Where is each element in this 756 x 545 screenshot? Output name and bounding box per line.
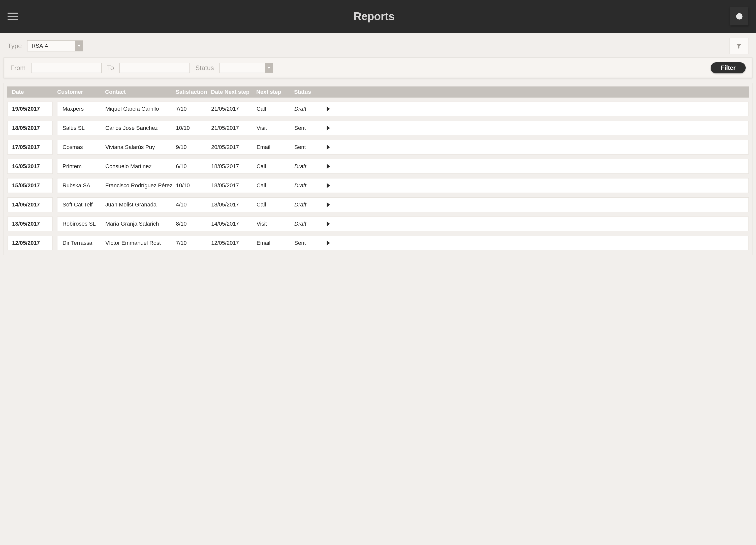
reports-table: Date Customer Contact Satisfaction Date … — [4, 83, 752, 255]
menu-icon[interactable] — [8, 13, 18, 20]
cell-contact: Maria Granja Salarich — [105, 220, 176, 227]
row-open-button[interactable] — [322, 240, 335, 245]
row-body: Robiroses SLMaria Granja Salarich8/1014/… — [57, 216, 749, 231]
cell-date: 13/05/2017 — [7, 216, 53, 231]
row-body: Soft Cat TelfJuan Molist Granada4/1018/0… — [57, 197, 749, 212]
funnel-icon — [736, 43, 742, 49]
row-open-button[interactable] — [322, 202, 335, 207]
col-date: Date — [12, 89, 57, 95]
row-body: MaxpersMiquel García Carrillo7/1021/05/2… — [57, 102, 749, 116]
row-body: PrintemConsuelo Martinez6/1018/05/2017Ca… — [57, 159, 749, 174]
cell-contact: Francisco Rodríguez Pérez — [105, 182, 176, 189]
cell-status: Sent — [294, 240, 322, 246]
type-select-value: RSA-4 — [27, 41, 75, 51]
cell-satisfaction: 10/10 — [176, 182, 211, 189]
cell-status: Draft — [294, 201, 322, 208]
cell-contact: Juan Molist Granada — [105, 201, 176, 208]
table-row[interactable]: 12/05/2017Dir TerrassaVíctor Emmanuel Ro… — [7, 236, 749, 250]
chevron-right-icon — [327, 125, 330, 130]
type-row: Type RSA-4 — [0, 33, 756, 57]
cell-status: Sent — [294, 144, 322, 150]
row-open-button[interactable] — [322, 164, 335, 169]
cell-customer: Dir Terrassa — [57, 240, 105, 246]
table-row[interactable]: 19/05/2017MaxpersMiquel García Carrillo7… — [7, 102, 749, 116]
filter-panel: From To Status Filter — [4, 57, 752, 78]
from-input[interactable] — [31, 63, 102, 73]
cell-status: Sent — [294, 125, 322, 131]
cell-customer: Soft Cat Telf — [57, 201, 105, 208]
cell-customer: Robiroses SL — [57, 220, 105, 227]
row-body: Dir TerrassaVíctor Emmanuel Rost7/1012/0… — [57, 236, 749, 250]
cell-date: 16/05/2017 — [7, 159, 53, 174]
cell-date: 18/05/2017 — [7, 121, 53, 135]
cell-date-next: 20/05/2017 — [211, 144, 257, 150]
chevron-right-icon — [327, 145, 330, 150]
cell-contact: Consuelo Martinez — [105, 163, 176, 170]
row-open-button[interactable] — [322, 125, 335, 130]
cell-customer: Rubska SA — [57, 182, 105, 189]
col-date-next: Date Next step — [211, 89, 256, 95]
chevron-right-icon — [327, 106, 330, 111]
cell-date: 17/05/2017 — [7, 140, 53, 154]
cell-contact: Carlos José Sanchez — [105, 125, 176, 131]
row-open-button[interactable] — [322, 221, 335, 226]
cell-customer: Printem — [57, 163, 105, 170]
filter-toggle-button[interactable] — [729, 38, 748, 54]
cell-date-next: 14/05/2017 — [211, 220, 257, 227]
table-row[interactable]: 16/05/2017PrintemConsuelo Martinez6/1018… — [7, 159, 749, 174]
filter-button[interactable]: Filter — [711, 62, 746, 73]
row-open-button[interactable] — [322, 106, 335, 111]
row-body: CosmasViviana Salarús Puy9/1020/05/2017E… — [57, 140, 749, 154]
cell-date-next: 18/05/2017 — [211, 201, 257, 208]
cell-satisfaction: 10/10 — [176, 125, 211, 131]
cell-status: Draft — [294, 163, 322, 170]
cell-next-step: Visit — [257, 220, 294, 227]
add-button[interactable] — [730, 7, 748, 25]
plus-circle-icon — [736, 13, 743, 20]
type-select[interactable]: RSA-4 — [27, 40, 83, 51]
table-row[interactable]: 15/05/2017Rubska SAFrancisco Rodríguez P… — [7, 178, 749, 193]
cell-status: Draft — [294, 106, 322, 112]
cell-status: Draft — [294, 220, 322, 227]
cell-date-next: 18/05/2017 — [211, 182, 257, 189]
table-header-row: Date Customer Contact Satisfaction Date … — [7, 86, 749, 97]
cell-next-step: Call — [257, 106, 294, 112]
cell-status: Draft — [294, 182, 322, 189]
table-row[interactable]: 14/05/2017Soft Cat TelfJuan Molist Grana… — [7, 197, 749, 212]
status-select[interactable] — [219, 63, 273, 73]
cell-date: 19/05/2017 — [7, 102, 53, 116]
cell-date: 12/05/2017 — [7, 236, 53, 250]
row-body: Rubska SAFrancisco Rodríguez Pérez10/101… — [57, 178, 749, 193]
cell-next-step: Call — [257, 163, 294, 170]
col-satisfaction: Satisfaction — [176, 89, 211, 95]
row-open-button[interactable] — [322, 183, 335, 188]
cell-next-step: Visit — [257, 125, 294, 131]
from-label: From — [10, 64, 26, 72]
page-title: Reports — [354, 10, 395, 23]
status-select-value — [220, 63, 265, 73]
table-row[interactable]: 13/05/2017Robiroses SLMaria Granja Salar… — [7, 216, 749, 231]
cell-satisfaction: 4/10 — [176, 201, 211, 208]
cell-satisfaction: 8/10 — [176, 220, 211, 227]
cell-customer: Cosmas — [57, 144, 105, 150]
cell-satisfaction: 6/10 — [176, 163, 211, 170]
cell-date: 15/05/2017 — [7, 178, 53, 193]
cell-date: 14/05/2017 — [7, 197, 53, 212]
cell-next-step: Call — [257, 201, 294, 208]
row-open-button[interactable] — [322, 145, 335, 150]
cell-date-next: 21/05/2017 — [211, 106, 257, 112]
col-next-step: Next step — [256, 89, 294, 95]
app-header: Reports — [0, 0, 756, 33]
to-label: To — [107, 64, 114, 72]
chevron-right-icon — [327, 164, 330, 169]
cell-customer: Salús SL — [57, 125, 105, 131]
chevron-down-icon — [265, 63, 273, 73]
col-customer: Customer — [57, 89, 105, 95]
table-row[interactable]: 17/05/2017CosmasViviana Salarús Puy9/102… — [7, 140, 749, 154]
cell-date-next: 21/05/2017 — [211, 125, 257, 131]
col-contact: Contact — [105, 89, 176, 95]
chevron-down-icon — [75, 41, 83, 51]
chevron-right-icon — [327, 240, 330, 245]
to-input[interactable] — [119, 63, 190, 73]
table-row[interactable]: 18/05/2017Salús SLCarlos José Sanchez10/… — [7, 121, 749, 135]
